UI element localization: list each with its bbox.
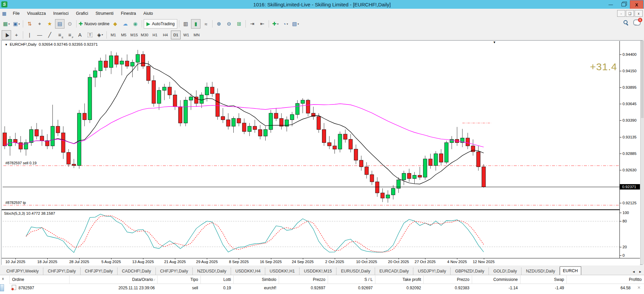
- horizontal-line-button[interactable]: —: [35, 30, 44, 40]
- restore-button[interactable]: [617, 0, 630, 8]
- periods-button[interactable]: ◔▾: [281, 19, 290, 29]
- chart-tab[interactable]: EURUSD!,Daily: [336, 267, 375, 275]
- chart-tab[interactable]: GBPNZD!,Daily: [451, 267, 489, 275]
- chart-tab[interactable]: USDDKK!,H4: [231, 267, 265, 275]
- chart-tab[interactable]: CADCHF!,Daily: [118, 267, 156, 275]
- timeframe-d1[interactable]: D1: [171, 31, 181, 39]
- chart-tab[interactable]: EURCH: [560, 266, 581, 275]
- stochastic-pane[interactable]: [3, 210, 619, 258]
- column-header-profitto[interactable]: Profitto: [566, 276, 644, 284]
- column-header-prezzo[interactable]: Prezzo: [279, 276, 328, 284]
- chart-tab[interactable]: CHFJPY!,Daily: [156, 267, 193, 275]
- new-order-button[interactable]: ✚Nuovo ordine: [78, 19, 110, 29]
- menu-aiuto[interactable]: Aiuto: [140, 10, 157, 17]
- column-header-ordine[interactable]: Ordine: [9, 276, 69, 284]
- chart-candles-button[interactable]: ▮: [191, 19, 200, 29]
- timeframe-w1[interactable]: W1: [181, 31, 191, 39]
- community-button[interactable]: ◉: [131, 19, 140, 29]
- market-watch-button[interactable]: ⇅: [25, 19, 34, 29]
- equidistant-channel-button[interactable]: ≡E: [55, 30, 64, 40]
- price-pane[interactable]: #8782597 sell 0.19#8782597 tp: [3, 41, 619, 209]
- mdi-close-button[interactable]: x: [635, 10, 643, 17]
- profiles-button[interactable]: ▣▾: [12, 19, 21, 29]
- timeframe-m5[interactable]: M5: [119, 31, 129, 39]
- pane-divider[interactable]: [2, 209, 640, 210]
- data-window-button[interactable]: ⌖: [35, 19, 44, 29]
- autotrading-button[interactable]: ▶AutoTrading: [144, 19, 177, 29]
- minimize-button[interactable]: —: [604, 0, 617, 8]
- mdi-minimize-button[interactable]: -: [617, 10, 625, 17]
- chart-tab[interactable]: CHFJPY!,Daily: [81, 267, 118, 275]
- templates-button[interactable]: ▧▾: [291, 19, 300, 29]
- column-header-lotti[interactable]: Lotti: [200, 276, 233, 284]
- auto-scroll-button[interactable]: ⇥: [247, 19, 257, 29]
- chart-tab[interactable]: EURCAD!,Daily: [375, 267, 414, 275]
- timeframe-h4[interactable]: H4: [160, 31, 170, 39]
- column-header-tipo[interactable]: Tipo: [157, 276, 200, 284]
- window-scrollbar[interactable]: [640, 41, 644, 264]
- text-label-button[interactable]: T: [85, 30, 95, 40]
- crosshair-button[interactable]: +: [12, 30, 21, 40]
- chart-tab[interactable]: NZDUSD!,Daily: [193, 267, 231, 275]
- trendline-button[interactable]: ╱: [45, 30, 54, 40]
- navigator-button[interactable]: ★: [45, 19, 54, 29]
- column-header-prezzo[interactable]: Prezzo: [423, 276, 472, 284]
- menu-visualizza[interactable]: Visualizza: [23, 10, 49, 17]
- column-header-simbolo[interactable]: Simbolo: [233, 276, 279, 284]
- new-chart-button[interactable]: ▦▾: [2, 19, 11, 29]
- cursor-button[interactable]: ▶: [2, 30, 11, 40]
- chart-tab[interactable]: CHFJPY!,Daily: [43, 267, 80, 275]
- column-header-s-l[interactable]: S / L: [328, 276, 375, 284]
- zoom-in-button[interactable]: ⊕: [214, 19, 224, 29]
- chart-bars-button[interactable]: ▥: [181, 19, 190, 29]
- terminal-close-button[interactable]: x: [2, 277, 4, 281]
- menu-file[interactable]: File: [9, 10, 23, 17]
- one-click-trading-arrow[interactable]: ▼: [5, 43, 8, 46]
- timeframe-h1[interactable]: H1: [150, 31, 160, 39]
- menu-strumenti[interactable]: Strumenti: [92, 10, 117, 17]
- search-icon[interactable]: [623, 20, 629, 25]
- chart-tab[interactable]: NZDUSD!,Daily: [521, 267, 560, 275]
- tile-windows-button[interactable]: ⊞: [234, 19, 244, 29]
- close-button[interactable]: X: [630, 0, 643, 9]
- zoom-out-button[interactable]: ⊖: [224, 19, 234, 29]
- chart-tab[interactable]: USDJPY!,Daily: [413, 267, 451, 275]
- tabs-scroll-right-icon[interactable]: ►: [639, 270, 642, 274]
- menu-finestra[interactable]: Finestra: [117, 10, 140, 17]
- terminal-panel-button[interactable]: ▤: [55, 19, 64, 29]
- chart-tab[interactable]: GOLD!,Daily: [489, 267, 521, 275]
- column-header-data-orario[interactable]: Data/Orario∕: [69, 276, 157, 284]
- cloud-button[interactable]: ☁: [121, 19, 130, 29]
- candle-body: [354, 149, 358, 160]
- vertical-line-button[interactable]: |: [25, 30, 34, 40]
- column-header-take-profit[interactable]: Take profit: [375, 276, 423, 284]
- scrollbar-thumb[interactable]: [641, 41, 644, 118]
- date-axis[interactable]: 10 Jul 202518 Jul 202528 Jul 20255 Aug 2…: [2, 258, 640, 265]
- timeframe-m30[interactable]: M30: [140, 31, 149, 39]
- mdi-restore-button[interactable]: ❑: [626, 10, 634, 17]
- order-cell: 0.92697: [279, 284, 328, 292]
- chart-shift-button[interactable]: ⇤: [258, 19, 267, 29]
- indicators-button[interactable]: ✚▾: [271, 19, 280, 29]
- shapes-button[interactable]: ◈▾: [95, 30, 105, 40]
- candle-body: [61, 133, 65, 152]
- menu-inserisci[interactable]: Inserisci: [49, 10, 72, 17]
- strategy-tester-button[interactable]: ⊙: [65, 19, 75, 29]
- price-axis[interactable]: 0.944000.941500.938950.936450.933900.931…: [619, 41, 640, 258]
- tabs-scroll-left-icon[interactable]: ◄: [632, 270, 635, 274]
- chart-tab[interactable]: USDDKK!,H1: [265, 267, 300, 275]
- timeframe-m15[interactable]: M15: [129, 31, 139, 39]
- timeframe-mn[interactable]: MN: [192, 31, 201, 39]
- column-header-swap[interactable]: Swap: [520, 276, 566, 284]
- chart-tab[interactable]: USDDKK!,M15: [300, 267, 336, 275]
- text-button[interactable]: A: [75, 30, 85, 40]
- timeframe-m1[interactable]: M1: [108, 31, 118, 39]
- column-header-commissione[interactable]: Commissione: [472, 276, 520, 284]
- fibonacci-button[interactable]: ≡F: [65, 30, 75, 40]
- chart-tab[interactable]: CHFJPY!,Weekly: [2, 267, 43, 275]
- metaeditor-button[interactable]: ◆: [110, 19, 120, 29]
- chart-line-button[interactable]: ≈: [201, 19, 211, 29]
- chat-icon[interactable]: 1: [633, 19, 641, 26]
- menu-grafici[interactable]: Grafici: [72, 10, 92, 17]
- trendline-icon: ╱: [48, 32, 51, 38]
